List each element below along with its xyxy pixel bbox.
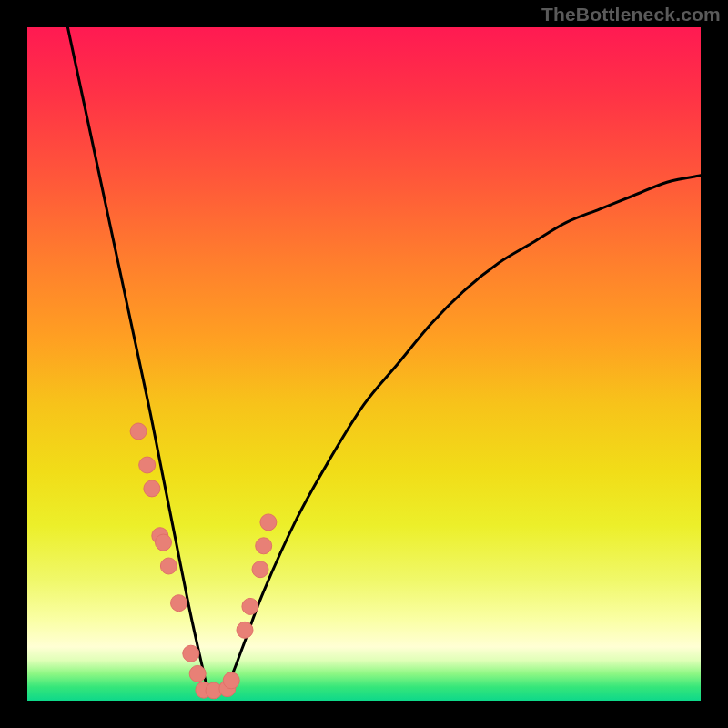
chart-frame: TheBottleneck.com (0, 0, 728, 728)
marker-dot (183, 645, 199, 662)
chart-svg (27, 27, 701, 701)
marker-dot (130, 423, 147, 440)
marker-dot (156, 534, 172, 551)
plot-area (27, 27, 701, 701)
marker-dot (144, 480, 160, 497)
marker-dot (171, 595, 187, 612)
marker-dot (252, 561, 268, 578)
marker-dot (139, 457, 156, 473)
marker-dot (256, 538, 272, 554)
marker-dots-group (130, 423, 277, 699)
marker-dot (237, 622, 253, 638)
marker-dot (223, 672, 239, 689)
marker-dot (242, 598, 258, 614)
marker-dot (160, 558, 177, 574)
marker-dot (189, 665, 206, 682)
bottleneck-curve (67, 27, 701, 696)
watermark-text: TheBottleneck.com (541, 4, 721, 25)
marker-dot (260, 514, 277, 531)
